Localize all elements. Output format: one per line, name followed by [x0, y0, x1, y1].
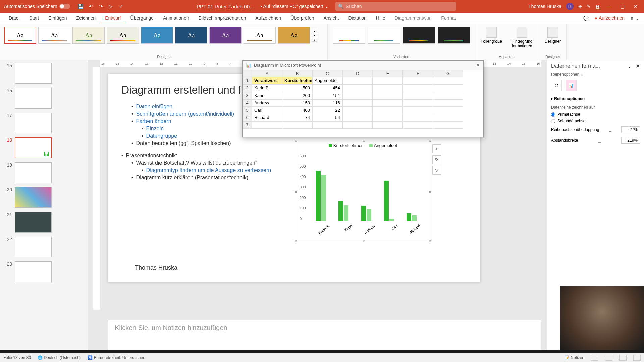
tab-ansicht[interactable]: Ansicht	[319, 13, 343, 23]
minimize-button[interactable]: —	[604, 2, 613, 11]
pane-close-icon[interactable]: ✕	[636, 63, 640, 69]
tab-dictation[interactable]: Dictation	[344, 13, 370, 23]
notes-pane[interactable]: Klicken Sie, um Notizen hinzuzufügen	[108, 320, 541, 350]
slideshow-view-button[interactable]	[633, 355, 641, 361]
chart-bars[interactable]	[310, 154, 423, 221]
tab-bildschirm[interactable]: Bildschirmpräsentation	[195, 13, 250, 23]
maximize-button[interactable]: ▢	[618, 2, 627, 11]
data-grid[interactable]: ABCDEFG 1VerantwortKursteilnehmerAngemel…	[243, 70, 483, 129]
design-theme-8[interactable]: Aa	[244, 27, 276, 44]
status-bar: Folie 18 von 33 🌐 Deutsch (Österreich) ♿…	[0, 353, 644, 362]
ribbon-content: Aa Aa Aa Aa Aa Aa Aa Aa Aa ▴ ▾ ⊽ Designs…	[0, 24, 644, 60]
save-icon[interactable]: 💾	[77, 3, 84, 10]
slide-thumb-16[interactable]	[15, 88, 52, 109]
touch-mode-icon[interactable]: ⤢	[118, 3, 124, 10]
chart-elements-button[interactable]: +	[432, 144, 441, 153]
format-background-button[interactable]: Hintergrund formatieren	[507, 25, 536, 50]
search-box[interactable]: 🔍 Suchen	[335, 2, 456, 11]
pane-options-icon[interactable]: ⌄	[627, 63, 632, 69]
collapse-ribbon-icon[interactable]: ⌄	[635, 16, 639, 21]
tab-einfuegen[interactable]: Einfügen	[44, 13, 71, 23]
designer-group-label: Designer	[545, 55, 560, 59]
gallery-up-icon[interactable]: ▴	[312, 29, 317, 33]
designs-group-label: Designs	[157, 55, 170, 59]
slide-thumb-23[interactable]	[15, 261, 52, 282]
calendar-icon[interactable]: ▦	[595, 4, 600, 9]
designer-button[interactable]: Designer	[542, 25, 564, 45]
tab-uebergaenge[interactable]: Übergänge	[126, 13, 158, 23]
record-button[interactable]: Aufzeichnen	[590, 13, 629, 23]
slide-thumb-21[interactable]	[15, 212, 52, 233]
tab-entwurf[interactable]: Entwurf	[101, 13, 125, 23]
close-button[interactable]: ✕	[631, 2, 640, 11]
undo-icon[interactable]: ↶	[88, 3, 94, 10]
secondary-axis-radio[interactable]: Sekundärachse	[551, 118, 640, 124]
design-theme-9[interactable]: Aa	[278, 27, 310, 44]
overlap-input[interactable]: -27%	[621, 126, 640, 133]
normal-view-button[interactable]	[591, 355, 598, 361]
tab-ueberpruefen[interactable]: Überprüfen	[286, 13, 318, 23]
design-theme-7[interactable]: Aa	[209, 27, 241, 44]
slide-thumb-22[interactable]	[15, 237, 52, 257]
chart-x-axis: Karin B. Karin Andrew Carl Richard	[310, 224, 423, 228]
slide-thumb-17[interactable]	[15, 113, 52, 133]
document-title: PPT 01 Roter Faden 00...	[197, 4, 254, 9]
search-icon: 🔍	[338, 4, 344, 9]
varianten-group-label: Varianten	[393, 55, 409, 59]
chart-data-title: Diagramm in Microsoft PowerPoint	[254, 63, 321, 68]
design-theme-2[interactable]: Aa	[38, 27, 70, 44]
language-status[interactable]: 🌐 Deutsch (Österreich)	[38, 355, 81, 360]
series-options-dropdown[interactable]: Reihenoptionen ⌄	[551, 72, 640, 77]
tab-animationen[interactable]: Animationen	[159, 13, 193, 23]
slide-size-button[interactable]: Foliengröße	[478, 25, 505, 50]
slide-thumb-15[interactable]	[15, 63, 52, 84]
tab-aufzeichnen[interactable]: Aufzeichnen	[251, 13, 285, 23]
user-avatar[interactable]: TH	[566, 3, 574, 10]
chart-styles-button[interactable]: ✎	[432, 155, 441, 164]
slide-thumb-18[interactable]	[15, 137, 52, 158]
autosave-toggle[interactable]: Automatisches Speichern	[4, 4, 70, 9]
tab-datei[interactable]: Datei	[5, 13, 24, 23]
primary-axis-radio[interactable]: Primärachse	[551, 111, 640, 118]
series-options-section[interactable]: ▸ Reihenoptionen	[551, 96, 640, 101]
variant-4[interactable]	[438, 27, 470, 44]
share-icon[interactable]: ⇧	[630, 16, 634, 21]
slide-thumb-19[interactable]	[15, 162, 52, 183]
variant-2[interactable]	[368, 27, 400, 44]
tab-zeichnen[interactable]: Zeichnen	[72, 13, 100, 23]
sorter-view-button[interactable]	[605, 355, 612, 361]
variant-1[interactable]	[333, 27, 365, 44]
design-theme-3[interactable]: Aa	[72, 27, 105, 44]
design-theme-5[interactable]: Aa	[141, 27, 173, 44]
series-options-icon[interactable]: 📊	[566, 80, 577, 91]
diamond-icon[interactable]: ◈	[578, 4, 582, 9]
slide-thumb-20[interactable]	[15, 187, 52, 208]
close-icon[interactable]: ✕	[476, 63, 480, 68]
comments-icon[interactable]: 💬	[583, 16, 589, 21]
gallery-down-icon[interactable]: ▾	[312, 34, 317, 37]
notes-button[interactable]: 📝 Notizen	[565, 355, 584, 360]
gallery-more-icon[interactable]: ⊽	[312, 38, 317, 42]
accessibility-status[interactable]: ♿ Barrierefreiheit: Untersuchen	[88, 355, 145, 360]
chart-legend[interactable]: Kursteilnehmer Angemeldet	[296, 141, 430, 150]
pen-icon[interactable]: ✎	[587, 4, 591, 9]
reading-view-button[interactable]	[619, 355, 627, 361]
design-theme-6[interactable]: Aa	[175, 27, 207, 44]
tab-format[interactable]: Format	[437, 13, 460, 23]
slide-counter[interactable]: Folie 18 von 33	[3, 355, 31, 360]
ribbon-tabs: Datei Start Einfügen Zeichnen Entwurf Üb…	[0, 13, 644, 24]
fill-line-icon[interactable]: ⬠	[551, 80, 562, 91]
variant-3[interactable]	[403, 27, 435, 44]
tab-hilfe[interactable]: Hilfe	[372, 13, 389, 23]
chart-filter-button[interactable]: ▽	[432, 166, 441, 175]
redo-icon[interactable]: ↷	[98, 3, 104, 10]
from-beginning-icon[interactable]: ▷	[108, 3, 114, 10]
tab-diagrammentwurf[interactable]: Diagrammentwurf	[391, 13, 436, 23]
design-theme-4[interactable]: Aa	[107, 27, 139, 44]
gap-width-input[interactable]: 219%	[621, 137, 640, 144]
design-theme-1[interactable]: Aa	[4, 27, 36, 44]
user-name[interactable]: Thomas Hruska	[528, 4, 561, 9]
chart-data-window[interactable]: 📊 Diagramm in Microsoft PowerPoint ✕ ABC…	[242, 60, 484, 137]
tab-start[interactable]: Start	[25, 13, 43, 23]
chart-object[interactable]: + ✎ ▽ Kursteilnehmer Angemeldet 01002003…	[296, 141, 430, 241]
